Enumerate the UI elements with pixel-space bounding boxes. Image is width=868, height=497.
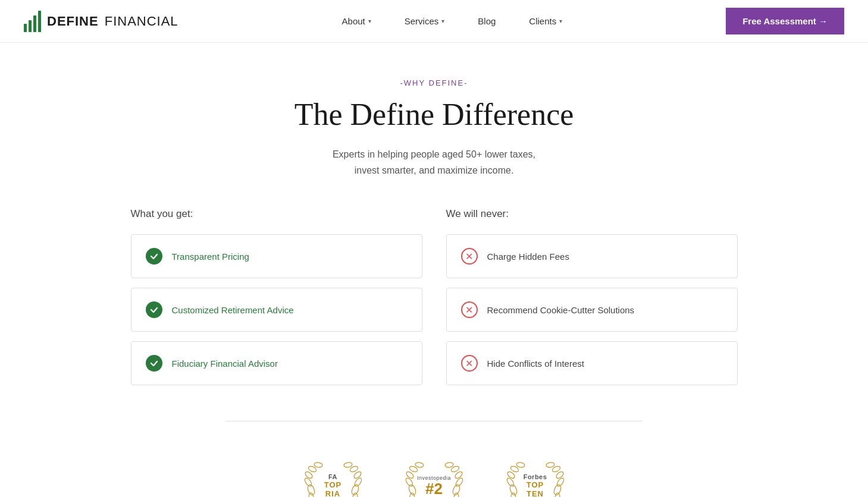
logo[interactable]: DEFINE FINANCIAL — [24, 11, 178, 32]
laurel-badge-3: Forbes TOP TEN Finance Podcast — [503, 457, 568, 497]
navbar: DEFINE FINANCIAL About ▾ Services ▾ Blog… — [0, 0, 868, 43]
feature-label: Transparent Pricing — [172, 251, 249, 262]
svg-point-13 — [343, 462, 352, 468]
badges-section: FA TOP RIA in America 2022 — [131, 445, 738, 497]
nav-about[interactable]: About ▾ — [325, 16, 388, 26]
nav-services[interactable]: Services ▾ — [388, 16, 462, 26]
free-assessment-button[interactable]: Free Assessment → — [726, 8, 844, 34]
badge-investopedia: Investopedia #2 Independent Advisor 2022 — [402, 457, 467, 497]
logo-bold: DEFINE — [47, 14, 99, 29]
svg-point-31 — [444, 462, 453, 468]
list-item: Fiduciary Financial Advisor — [131, 341, 422, 385]
x-icon: ✕ — [461, 248, 478, 265]
divider-top — [226, 421, 643, 421]
badge-content: Forbes TOP TEN Finance Podcast — [524, 473, 547, 497]
never-column: We will never: ✕ Charge Hidden Fees ✕ Re… — [446, 208, 738, 385]
never-column-header: We will never: — [446, 208, 738, 220]
laurel-badge-2: Investopedia #2 Independent Advisor 2022 — [402, 457, 467, 497]
badge-content: Investopedia #2 Independent Advisor 2022 — [415, 475, 453, 497]
get-column-header: What you get: — [131, 208, 422, 220]
chevron-down-icon: ▾ — [368, 18, 371, 24]
subtext: Experts in helping people aged 50+ lower… — [131, 146, 738, 178]
list-item: Customized Retirement Advice — [131, 288, 422, 332]
chevron-down-icon: ▾ — [559, 18, 562, 24]
get-column: What you get: Transparent Pricing Custom… — [131, 208, 422, 385]
never-list: ✕ Charge Hidden Fees ✕ Recommend Cookie-… — [446, 234, 738, 385]
list-item: ✕ Recommend Cookie-Cutter Solutions — [446, 288, 738, 332]
laurel-badge-1: FA TOP RIA in America 2022 — [300, 457, 366, 497]
feature-label: Hide Conflicts of Interest — [487, 358, 584, 369]
svg-point-4 — [314, 462, 322, 468]
chevron-down-icon: ▾ — [441, 18, 444, 24]
logo-light: FINANCIAL — [105, 14, 178, 29]
list-item: ✕ Hide Conflicts of Interest — [446, 341, 738, 385]
badge-fa-top-ria: FA TOP RIA in America 2022 — [300, 457, 366, 497]
badge-content: FA TOP RIA in America 2022 — [323, 473, 343, 497]
badge-forbes: Forbes TOP TEN Finance Podcast — [503, 457, 568, 497]
svg-point-40 — [516, 462, 525, 468]
x-icon: ✕ — [461, 355, 478, 372]
check-icon — [146, 355, 162, 372]
svg-point-22 — [415, 462, 424, 468]
feature-label: Customized Retirement Advice — [172, 305, 294, 315]
x-icon: ✕ — [461, 301, 478, 318]
nav-links: About ▾ Services ▾ Blog Clients ▾ — [325, 16, 579, 26]
feature-label: Recommend Cookie-Cutter Solutions — [487, 305, 635, 315]
check-icon — [146, 248, 162, 265]
feature-label: Fiduciary Financial Advisor — [172, 358, 278, 369]
check-icon — [146, 301, 162, 318]
feature-columns: What you get: Transparent Pricing Custom… — [131, 208, 738, 385]
svg-point-49 — [546, 462, 554, 468]
main-content: -WHY DEFINE- The Define Difference Exper… — [107, 43, 762, 497]
logo-icon — [24, 11, 41, 32]
main-heading: The Define Difference — [131, 97, 738, 132]
section-eyebrow: -WHY DEFINE- — [131, 78, 738, 87]
nav-blog[interactable]: Blog — [461, 16, 512, 26]
feature-label: Charge Hidden Fees — [487, 251, 569, 262]
nav-clients[interactable]: Clients ▾ — [512, 16, 579, 26]
list-item: ✕ Charge Hidden Fees — [446, 234, 738, 278]
list-item: Transparent Pricing — [131, 234, 422, 278]
get-list: Transparent Pricing Customized Retiremen… — [131, 234, 422, 385]
